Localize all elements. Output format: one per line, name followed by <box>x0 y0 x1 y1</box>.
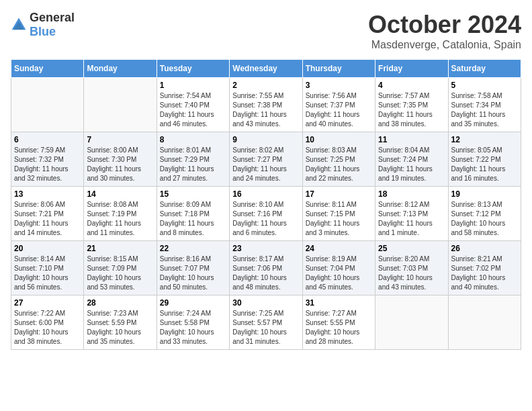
day-number: 3 <box>306 81 372 90</box>
day-number: 16 <box>232 189 299 199</box>
calendar-cell: 13Sunrise: 8:06 AMSunset: 7:21 PMDayligh… <box>11 187 84 241</box>
calendar-cell: 27Sunrise: 7:22 AMSunset: 6:00 PMDayligh… <box>11 295 84 350</box>
calendar-cell: 25Sunrise: 8:20 AMSunset: 7:03 PMDayligh… <box>375 241 448 295</box>
day-info: Sunrise: 8:08 AMSunset: 7:19 PMDaylight:… <box>87 200 153 238</box>
calendar: SundayMondayTuesdayWednesdayThursdayFrid… <box>11 59 521 350</box>
day-number: 20 <box>14 244 81 253</box>
logo-text-blue: Blue <box>30 25 56 38</box>
calendar-cell <box>84 78 157 132</box>
title-block: October 2024 Masdenverge, Catalonia, Spa… <box>368 11 521 51</box>
day-number: 29 <box>160 298 226 308</box>
calendar-row: 20Sunrise: 8:14 AMSunset: 7:10 PMDayligh… <box>11 241 521 295</box>
day-info: Sunrise: 8:21 AMSunset: 7:02 PMDaylight:… <box>451 255 518 292</box>
calendar-cell: 6Sunrise: 7:59 AMSunset: 7:32 PMDaylight… <box>11 132 84 187</box>
day-number: 13 <box>14 189 81 199</box>
day-number: 21 <box>87 244 153 253</box>
column-header-tuesday: Tuesday <box>157 60 229 78</box>
day-number: 24 <box>306 244 372 253</box>
calendar-cell: 7Sunrise: 8:00 AMSunset: 7:30 PMDaylight… <box>84 132 157 187</box>
day-info: Sunrise: 7:59 AMSunset: 7:32 PMDaylight:… <box>14 146 81 183</box>
calendar-cell: 12Sunrise: 8:05 AMSunset: 7:22 PMDayligh… <box>448 132 521 187</box>
column-header-saturday: Saturday <box>448 60 521 78</box>
day-info: Sunrise: 8:02 AMSunset: 7:27 PMDaylight:… <box>232 146 299 183</box>
day-info: Sunrise: 8:09 AMSunset: 7:18 PMDaylight:… <box>160 200 226 238</box>
day-number: 4 <box>378 81 445 90</box>
calendar-row: 6Sunrise: 7:59 AMSunset: 7:32 PMDaylight… <box>11 132 521 187</box>
day-info: Sunrise: 7:27 AMSunset: 5:55 PMDaylight:… <box>306 309 372 347</box>
day-number: 26 <box>451 244 518 253</box>
calendar-cell <box>448 295 521 350</box>
day-info: Sunrise: 8:12 AMSunset: 7:13 PMDaylight:… <box>378 200 445 238</box>
column-header-friday: Friday <box>375 60 448 78</box>
calendar-cell: 28Sunrise: 7:23 AMSunset: 5:59 PMDayligh… <box>84 295 157 350</box>
calendar-row: 27Sunrise: 7:22 AMSunset: 6:00 PMDayligh… <box>11 295 521 350</box>
calendar-cell: 31Sunrise: 7:27 AMSunset: 5:55 PMDayligh… <box>302 295 375 350</box>
day-number: 15 <box>160 189 226 199</box>
day-info: Sunrise: 8:10 AMSunset: 7:16 PMDaylight:… <box>232 200 299 238</box>
column-header-wednesday: Wednesday <box>230 60 302 78</box>
calendar-cell: 17Sunrise: 8:11 AMSunset: 7:15 PMDayligh… <box>302 187 375 241</box>
calendar-cell: 14Sunrise: 8:08 AMSunset: 7:19 PMDayligh… <box>84 187 157 241</box>
day-number: 31 <box>306 298 372 308</box>
day-number: 7 <box>87 135 153 144</box>
calendar-cell <box>375 295 448 350</box>
calendar-cell: 11Sunrise: 8:04 AMSunset: 7:24 PMDayligh… <box>375 132 448 187</box>
day-info: Sunrise: 8:03 AMSunset: 7:25 PMDaylight:… <box>306 146 372 183</box>
day-number: 9 <box>232 135 299 144</box>
day-number: 5 <box>451 81 518 90</box>
day-info: Sunrise: 8:14 AMSunset: 7:10 PMDaylight:… <box>14 255 81 292</box>
day-info: Sunrise: 8:04 AMSunset: 7:24 PMDaylight:… <box>378 146 445 183</box>
calendar-cell: 29Sunrise: 7:24 AMSunset: 5:58 PMDayligh… <box>157 295 229 350</box>
calendar-cell: 18Sunrise: 8:12 AMSunset: 7:13 PMDayligh… <box>375 187 448 241</box>
day-info: Sunrise: 8:00 AMSunset: 7:30 PMDaylight:… <box>87 146 153 183</box>
day-number: 27 <box>14 298 81 308</box>
calendar-cell: 16Sunrise: 8:10 AMSunset: 7:16 PMDayligh… <box>230 187 302 241</box>
day-number: 6 <box>14 135 81 144</box>
calendar-cell: 26Sunrise: 8:21 AMSunset: 7:02 PMDayligh… <box>448 241 521 295</box>
calendar-cell: 23Sunrise: 8:17 AMSunset: 7:06 PMDayligh… <box>230 241 302 295</box>
calendar-cell: 15Sunrise: 8:09 AMSunset: 7:18 PMDayligh… <box>157 187 229 241</box>
day-info: Sunrise: 8:19 AMSunset: 7:04 PMDaylight:… <box>306 255 372 292</box>
calendar-cell: 5Sunrise: 7:58 AMSunset: 7:34 PMDaylight… <box>448 78 521 132</box>
day-number: 10 <box>306 135 372 144</box>
header: General Blue October 2024 Masdenverge, C… <box>11 11 521 51</box>
day-number: 18 <box>378 189 445 199</box>
logo: General Blue <box>11 11 75 39</box>
day-number: 11 <box>378 135 445 144</box>
day-info: Sunrise: 7:25 AMSunset: 5:57 PMDaylight:… <box>232 309 299 347</box>
day-number: 8 <box>160 135 226 144</box>
calendar-cell: 8Sunrise: 8:01 AMSunset: 7:29 PMDaylight… <box>157 132 229 187</box>
day-info: Sunrise: 7:23 AMSunset: 5:59 PMDaylight:… <box>87 309 153 347</box>
calendar-cell: 20Sunrise: 8:14 AMSunset: 7:10 PMDayligh… <box>11 241 84 295</box>
day-info: Sunrise: 8:11 AMSunset: 7:15 PMDaylight:… <box>306 200 372 238</box>
day-info: Sunrise: 8:17 AMSunset: 7:06 PMDaylight:… <box>232 255 299 292</box>
column-header-thursday: Thursday <box>302 60 375 78</box>
day-number: 25 <box>378 244 445 253</box>
day-info: Sunrise: 8:05 AMSunset: 7:22 PMDaylight:… <box>451 146 518 183</box>
logo-text-general: General <box>30 11 75 24</box>
calendar-cell: 3Sunrise: 7:56 AMSunset: 7:37 PMDaylight… <box>302 78 375 132</box>
day-number: 1 <box>160 81 226 90</box>
calendar-row: 1Sunrise: 7:54 AMSunset: 7:40 PMDaylight… <box>11 78 521 132</box>
calendar-cell: 10Sunrise: 8:03 AMSunset: 7:25 PMDayligh… <box>302 132 375 187</box>
day-number: 22 <box>160 244 226 253</box>
day-info: Sunrise: 7:56 AMSunset: 7:37 PMDaylight:… <box>306 91 372 129</box>
month-title: October 2024 <box>368 11 521 39</box>
calendar-cell: 2Sunrise: 7:55 AMSunset: 7:38 PMDaylight… <box>230 78 302 132</box>
calendar-row: 13Sunrise: 8:06 AMSunset: 7:21 PMDayligh… <box>11 187 521 241</box>
calendar-cell: 9Sunrise: 8:02 AMSunset: 7:27 PMDaylight… <box>230 132 302 187</box>
column-header-monday: Monday <box>84 60 157 78</box>
calendar-cell: 30Sunrise: 7:25 AMSunset: 5:57 PMDayligh… <box>230 295 302 350</box>
day-number: 14 <box>87 189 153 199</box>
logo-icon <box>11 17 27 33</box>
day-number: 17 <box>306 189 372 199</box>
location-title: Masdenverge, Catalonia, Spain <box>368 39 521 51</box>
day-info: Sunrise: 7:24 AMSunset: 5:58 PMDaylight:… <box>160 309 226 347</box>
day-number: 23 <box>232 244 299 253</box>
day-number: 12 <box>451 135 518 144</box>
day-info: Sunrise: 8:13 AMSunset: 7:12 PMDaylight:… <box>451 200 518 238</box>
calendar-cell: 24Sunrise: 8:19 AMSunset: 7:04 PMDayligh… <box>302 241 375 295</box>
day-info: Sunrise: 7:58 AMSunset: 7:34 PMDaylight:… <box>451 91 518 129</box>
day-info: Sunrise: 7:57 AMSunset: 7:35 PMDaylight:… <box>378 91 445 129</box>
day-info: Sunrise: 8:16 AMSunset: 7:07 PMDaylight:… <box>160 255 226 292</box>
